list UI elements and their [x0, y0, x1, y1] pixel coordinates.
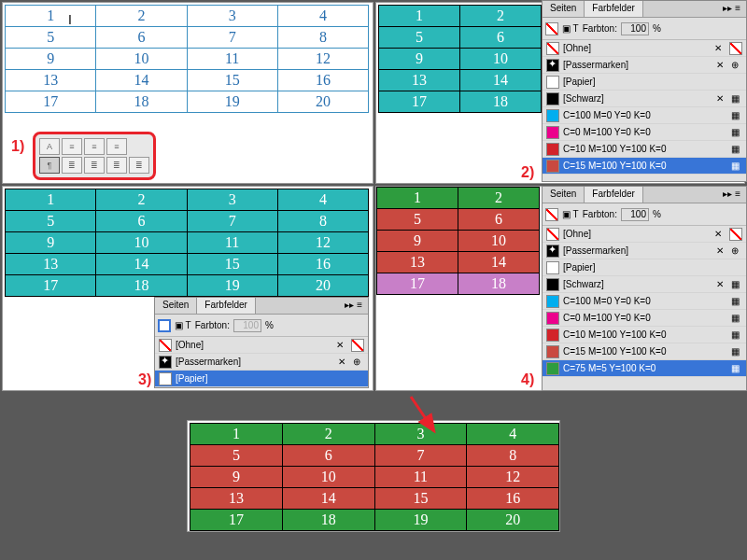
swatch-row-ohne[interactable]: [Ohne]✕	[155, 337, 368, 354]
swatch-row-c100[interactable]: C=100 M=0 Y=0 K=0▦	[543, 293, 746, 310]
paper-swatch-icon	[159, 372, 172, 385]
fill-swatch-icon[interactable]	[158, 319, 171, 332]
cell[interactable]: 1	[6, 6, 96, 27]
result-panel: 1234 5678 9101112 13141516 17181920	[187, 420, 560, 532]
panel-menu-icon[interactable]: ▸▸ ≡	[717, 187, 746, 203]
farbton-label: Farbton:	[195, 320, 230, 330]
red-swatch-icon	[546, 143, 559, 156]
swatch-row-ohne[interactable]: [Ohne]✕	[543, 40, 746, 57]
magenta-swatch-icon	[546, 312, 559, 325]
none-swatch-icon	[546, 228, 559, 241]
type-icon: ▦	[731, 363, 742, 374]
lock-icon: ✕	[714, 43, 726, 54]
type-icon	[729, 228, 742, 241]
swatch-row-c10m100[interactable]: C=10 M=100 Y=100 K=0▦	[543, 327, 746, 343]
swatch-row-schwarz[interactable]: [Schwarz]✕▦	[543, 276, 746, 293]
step-label-4: 4)	[521, 371, 534, 388]
fill-swatch-icon[interactable]	[545, 208, 558, 221]
orange-swatch-icon	[546, 345, 559, 358]
farbton-label: Farbton:	[583, 209, 617, 219]
swatch-row-passer[interactable]: [Passermarken]✕⊕	[155, 354, 368, 371]
type-icon	[729, 42, 742, 55]
fill-swatch-icon[interactable]	[545, 22, 558, 35]
none-swatch-icon	[546, 42, 559, 55]
red2-swatch-icon	[546, 329, 559, 342]
object-text-toggle-icon[interactable]: ▣ T	[562, 209, 579, 219]
tab-seiten[interactable]: Seiten	[155, 298, 197, 314]
type-icon: ▦	[731, 279, 742, 290]
object-text-toggle-icon[interactable]: ▣ T	[175, 320, 191, 330]
table-3[interactable]: 1234 5678 9101112 13141516 17181920	[5, 189, 369, 297]
table-4[interactable]: 12 56 910 1314 1718	[376, 187, 540, 295]
object-text-toggle-icon[interactable]: ▣ T	[562, 23, 579, 34]
swatch-row-c15[interactable]: C=15 M=100 Y=100 K=0▦	[543, 343, 746, 360]
cyan-swatch-icon	[546, 109, 559, 122]
type-icon: ▦	[731, 110, 742, 121]
swatch-row-schwarz[interactable]: [Schwarz]✕▦	[543, 91, 746, 107]
lock-icon: ✕	[336, 340, 347, 351]
swatch-row-papier[interactable]: [Papier]	[543, 74, 746, 91]
none-swatch-icon	[159, 339, 172, 352]
orange-swatch-icon	[546, 160, 559, 173]
align-center-icon[interactable]: ≡	[84, 138, 105, 155]
type-icon: ▦	[731, 161, 742, 172]
swatch-row-c100[interactable]: C=100 M=0 Y=0 K=0▦	[543, 107, 746, 124]
swatch-row-c15-selected[interactable]: C=15 M=100 Y=100 K=0▦	[543, 158, 746, 175]
registration-swatch-icon	[546, 59, 559, 72]
lock-icon: ✕	[716, 279, 727, 290]
tab-seiten[interactable]: Seiten	[543, 1, 585, 17]
farbton-input[interactable]: 100	[233, 319, 261, 332]
step-label-3: 3)	[138, 371, 151, 388]
table-result[interactable]: 1234 5678 9101112 13141516 17181920	[190, 423, 559, 531]
registration-swatch-icon	[546, 245, 559, 258]
paragraph-icon[interactable]: ¶	[39, 157, 60, 174]
tab-farbfelder[interactable]: Farbfelder	[585, 1, 643, 17]
align-left-icon[interactable]: ≡	[62, 138, 82, 155]
step-label-1: 1)	[11, 138, 24, 155]
type-icon: ▦	[731, 296, 742, 307]
table-1[interactable]: 1234 5678 9101112 13141516 17181920	[5, 5, 369, 113]
swatch-row-papier-selected[interactable]: [Papier]	[155, 371, 368, 387]
swatch-row-ohne[interactable]: [Ohne]✕	[543, 226, 746, 243]
farbton-label: Farbton:	[583, 23, 617, 34]
lock-icon: ✕	[714, 229, 726, 240]
char-format-icon[interactable]: A	[39, 138, 60, 155]
swatch-row-m100[interactable]: C=0 M=100 Y=0 K=0▦	[543, 310, 746, 327]
swatch-row-passer[interactable]: [Passermarken]✕⊕	[543, 57, 746, 74]
step-label-2: 2)	[521, 164, 534, 181]
align-right-icon[interactable]: ≡	[106, 138, 127, 155]
percent-label: %	[265, 320, 274, 330]
justify-full-icon[interactable]: ≣	[129, 157, 149, 174]
panel-menu-icon[interactable]: ▸▸ ≡	[339, 298, 368, 314]
swatch-row-passer[interactable]: [Passermarken]✕⊕	[543, 243, 746, 259]
tab-farbfelder[interactable]: Farbfelder	[585, 187, 643, 203]
swatches-panel-2: Seiten Farbfelder ▸▸ ≡ ▣ T Farbton: 100 …	[542, 0, 747, 182]
tab-farbfelder[interactable]: Farbfelder	[197, 298, 256, 314]
justify-center-icon[interactable]: ≣	[84, 157, 105, 174]
swatches-panel-4: Seiten Farbfelder ▸▸ ≡ ▣ T Farbton: 100 …	[542, 186, 747, 391]
tab-seiten[interactable]: Seiten	[543, 187, 585, 203]
swatch-row-m100[interactable]: C=0 M=100 Y=0 K=0▦	[543, 124, 746, 141]
magenta-swatch-icon	[546, 126, 559, 139]
farbton-input[interactable]: 100	[621, 208, 649, 221]
text-cursor: I	[68, 12, 72, 27]
percent-label: %	[653, 23, 661, 34]
type-icon: ⊕	[353, 357, 364, 368]
justify-left-icon[interactable]: ≣	[62, 157, 82, 174]
swatches-panel-3: Seiten Farbfelder ▸▸ ≡ ▣ T Farbton: 100 …	[154, 297, 369, 388]
swatch-row-c10m100[interactable]: C=10 M=100 Y=100 K=0▦	[543, 141, 746, 158]
justify-right-icon[interactable]: ≣	[106, 157, 127, 174]
swatch-row-c75-selected[interactable]: C=75 M=5 Y=100 K=0▦	[543, 360, 746, 377]
type-icon: ▦	[731, 144, 742, 155]
paragraph-align-toolbar: A ≡ ≡ ≡ ¶ ≣ ≣ ≣ ≣	[33, 132, 156, 180]
farbton-input[interactable]: 100	[621, 22, 649, 35]
type-icon: ⊕	[731, 245, 742, 257]
swatch-row-papier[interactable]: [Papier]	[543, 259, 746, 276]
lock-icon: ✕	[716, 93, 727, 105]
type-icon: ▦	[731, 346, 742, 357]
table-2[interactable]: 12 56 910 1314 1718	[378, 5, 542, 113]
paper-swatch-icon	[546, 261, 559, 274]
paper-swatch-icon	[546, 76, 559, 89]
registration-swatch-icon	[159, 356, 172, 369]
panel-menu-icon[interactable]: ▸▸ ≡	[717, 1, 746, 17]
